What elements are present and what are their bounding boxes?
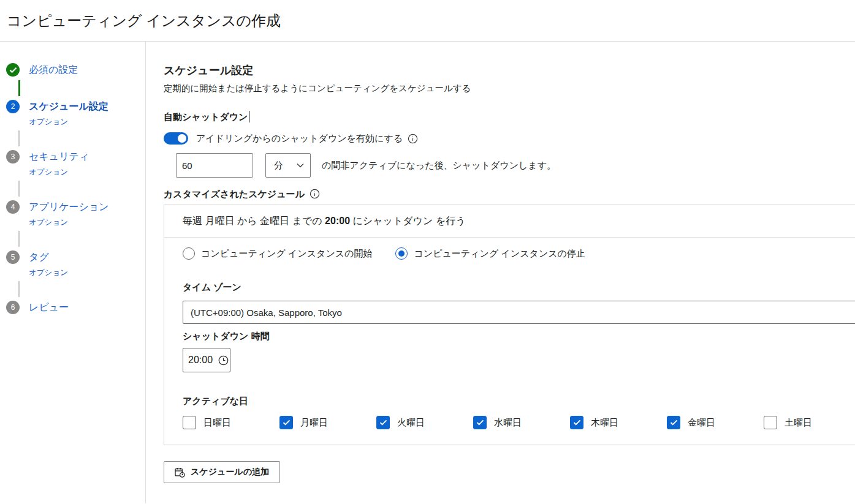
step-label: アプリケーション bbox=[29, 200, 109, 214]
checkbox-icon bbox=[667, 416, 680, 429]
page-header: コンピューティング インスタンスの作成 bbox=[0, 0, 855, 42]
auto-shutdown-heading: 自動シャットダウン bbox=[164, 110, 855, 123]
step-number-badge: 2 bbox=[6, 100, 20, 113]
idle-duration-row: 分 の間非アクティブになった後、シャットダウンします。 bbox=[176, 153, 855, 178]
radio-stop-instance[interactable]: コンピューティング インスタンスの停止 bbox=[395, 247, 585, 260]
step-number-badge: 6 bbox=[6, 301, 20, 314]
section-subtitle: 定期的に開始または停止するようにコンピューティングをスケジュールする bbox=[164, 82, 855, 94]
custom-schedule-heading: カスタマイズされたスケジュール bbox=[164, 187, 855, 200]
step-sublabel: オプション bbox=[29, 116, 108, 127]
idle-suffix-text: の間非アクティブになった後、シャットダウンします。 bbox=[322, 160, 556, 171]
add-schedule-button[interactable]: スケジュールの追加 bbox=[164, 461, 280, 483]
day-checkbox-friday[interactable]: 金曜日 bbox=[667, 416, 764, 429]
checkbox-icon bbox=[376, 416, 390, 429]
text-cursor bbox=[249, 111, 249, 122]
clock-icon[interactable] bbox=[218, 355, 229, 366]
step-required-settings[interactable]: 必須の設定 bbox=[6, 62, 145, 77]
checkbox-icon bbox=[570, 416, 583, 429]
wizard-steps-sidebar: 必須の設定 2 スケジュール設定 オプション 3 セキュリティ オプション bbox=[0, 42, 146, 503]
step-sublabel: オプション bbox=[29, 267, 68, 278]
step-sublabel: オプション bbox=[29, 217, 109, 228]
day-checkbox-sunday[interactable]: 日曜日 bbox=[183, 416, 279, 429]
step-connector bbox=[18, 231, 20, 247]
schedule-summary: 毎週 月曜日 から 金曜日 までの 20:00 にシャットダウン を行う bbox=[164, 205, 855, 238]
day-label: 土曜日 bbox=[785, 417, 812, 429]
info-icon[interactable] bbox=[408, 134, 418, 144]
step-connector bbox=[18, 281, 20, 297]
idle-shutdown-toggle-label: アイドリングからのシャットダウンを有効にする bbox=[196, 133, 403, 145]
schedule-summary-prefix: 毎週 月曜日 から 金曜日 までの bbox=[183, 216, 325, 226]
step-completed-check-icon bbox=[6, 63, 20, 77]
shutdown-time-input[interactable]: 20:00 bbox=[183, 348, 230, 372]
page-title: コンピューティング インスタンスの作成 bbox=[7, 11, 281, 31]
step-connector bbox=[18, 80, 20, 96]
schedule-action-radio-group: コンピューティング インスタンスの開始 コンピューティング インスタンスの停止 bbox=[183, 247, 855, 260]
step-number-badge: 4 bbox=[6, 200, 20, 214]
day-checkbox-saturday[interactable]: 土曜日 bbox=[764, 416, 855, 429]
idle-unit-select[interactable]: 分 bbox=[265, 153, 311, 178]
step-security[interactable]: 3 セキュリティ オプション bbox=[6, 149, 145, 178]
day-checkbox-thursday[interactable]: 木曜日 bbox=[570, 416, 667, 429]
day-checkbox-tuesday[interactable]: 火曜日 bbox=[376, 416, 473, 429]
timezone-select[interactable]: (UTC+09:00) Osaka, Sapporo, Tokyo bbox=[183, 301, 855, 324]
calendar-clock-icon bbox=[175, 467, 185, 478]
step-label: セキュリティ bbox=[29, 149, 89, 164]
step-connector bbox=[18, 130, 20, 146]
checkbox-icon bbox=[473, 416, 487, 429]
schedule-card: 毎週 月曜日 から 金曜日 までの 20:00 にシャットダウン を行う コンピ… bbox=[164, 205, 855, 445]
idle-minutes-input[interactable] bbox=[176, 153, 253, 178]
auto-shutdown-heading-text: 自動シャットダウン bbox=[164, 110, 248, 123]
radio-stop-label: コンピューティング インスタンスの停止 bbox=[414, 248, 585, 260]
add-schedule-label: スケジュールの追加 bbox=[191, 467, 269, 478]
schedule-summary-time: 20:00 bbox=[325, 216, 350, 226]
step-tags[interactable]: 5 タグ オプション bbox=[6, 250, 145, 278]
active-days-group: 日曜日 月曜日 火曜日 水曜日 bbox=[183, 416, 855, 429]
idle-shutdown-toggle-row: アイドリングからのシャットダウンを有効にする bbox=[164, 132, 855, 145]
step-application[interactable]: 4 アプリケーション オプション bbox=[6, 200, 145, 228]
radio-selected-icon bbox=[395, 247, 408, 260]
timezone-label: タイム ゾーン bbox=[183, 282, 855, 293]
checkbox-icon bbox=[183, 416, 196, 429]
step-review[interactable]: 6 レビュー bbox=[6, 300, 145, 315]
idle-shutdown-toggle[interactable] bbox=[164, 132, 188, 145]
step-schedule-settings[interactable]: 2 スケジュール設定 オプション bbox=[6, 99, 145, 127]
step-label: スケジュール設定 bbox=[29, 99, 108, 114]
step-label: レビュー bbox=[29, 300, 69, 315]
step-number-badge: 5 bbox=[6, 250, 20, 264]
custom-schedule-heading-text: カスタマイズされたスケジュール bbox=[164, 187, 305, 200]
step-label: 必須の設定 bbox=[29, 62, 78, 77]
day-label: 水曜日 bbox=[494, 417, 522, 429]
checkbox-icon bbox=[279, 416, 293, 429]
step-connector bbox=[18, 181, 20, 197]
radio-unselected-icon bbox=[183, 247, 195, 260]
step-sublabel: オプション bbox=[29, 167, 89, 178]
checkbox-icon bbox=[764, 416, 777, 429]
chevron-down-icon bbox=[297, 163, 304, 168]
main-content: スケジュール設定 定期的に開始または停止するようにコンピューティングをスケジュー… bbox=[146, 42, 855, 503]
create-compute-instance-page: コンピューティング インスタンスの作成 必須の設定 2 スケジュール設定 オプシ… bbox=[0, 0, 855, 504]
idle-unit-value: 分 bbox=[274, 160, 283, 171]
day-label: 日曜日 bbox=[203, 417, 231, 429]
shutdown-time-value: 20:00 bbox=[188, 355, 213, 366]
day-label: 月曜日 bbox=[300, 417, 328, 429]
step-number-badge: 3 bbox=[6, 150, 20, 164]
info-icon[interactable] bbox=[310, 189, 320, 199]
toggle-knob bbox=[178, 134, 186, 143]
active-days-label: アクティブな日 bbox=[183, 396, 855, 407]
shutdown-time-label: シャットダウン 時間 bbox=[183, 331, 855, 342]
day-checkbox-monday[interactable]: 月曜日 bbox=[279, 416, 376, 429]
schedule-card-body: コンピューティング インスタンスの開始 コンピューティング インスタンスの停止 … bbox=[164, 238, 855, 445]
step-label: タグ bbox=[29, 250, 68, 265]
radio-start-instance[interactable]: コンピューティング インスタンスの開始 bbox=[183, 247, 372, 260]
timezone-value: (UTC+09:00) Osaka, Sapporo, Tokyo bbox=[191, 307, 342, 318]
radio-start-label: コンピューティング インスタンスの開始 bbox=[201, 248, 372, 260]
day-checkbox-wednesday[interactable]: 水曜日 bbox=[473, 416, 570, 429]
schedule-summary-suffix: にシャットダウン を行う bbox=[350, 216, 466, 226]
day-label: 金曜日 bbox=[688, 417, 715, 429]
section-title: スケジュール設定 bbox=[164, 64, 855, 77]
day-label: 火曜日 bbox=[397, 417, 425, 429]
day-label: 木曜日 bbox=[591, 417, 618, 429]
